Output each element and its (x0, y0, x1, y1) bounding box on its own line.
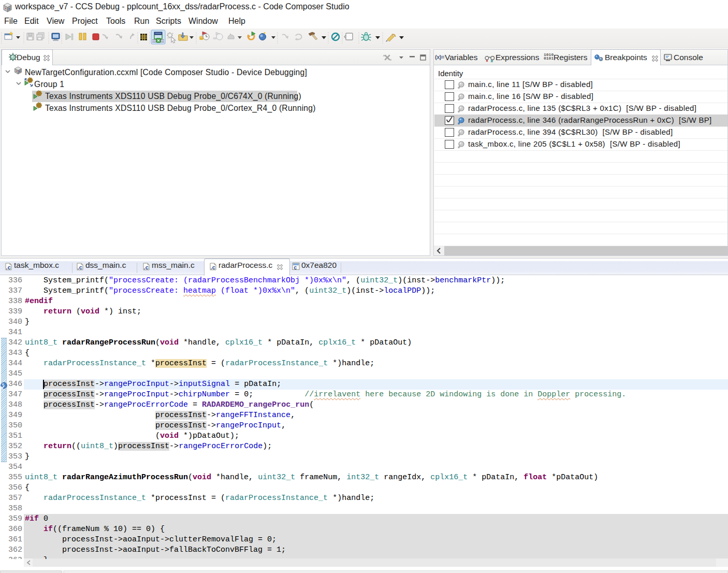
svg-text:.c: .c (78, 264, 82, 270)
svg-text:.c: .c (144, 264, 149, 270)
svg-text:c: c (294, 265, 297, 270)
svg-text:.c: .c (211, 264, 215, 270)
svg-text:.c: .c (6, 264, 11, 270)
